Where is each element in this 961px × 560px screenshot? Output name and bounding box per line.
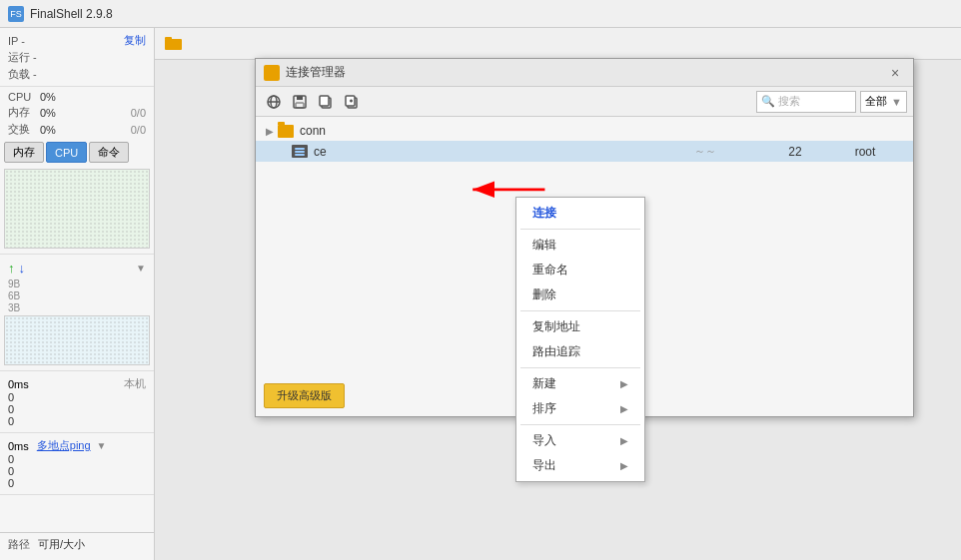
ctx-export[interactable]: 导出 ▶ (516, 453, 644, 478)
ping-row-2: 0 (8, 415, 146, 427)
ctx-import-arrow: ▶ (620, 435, 628, 446)
ce-type-col: ～～ (645, 144, 765, 159)
folder-icon (278, 125, 294, 138)
app-icon: FS (8, 6, 24, 22)
dialog-title-icon (264, 65, 280, 81)
tab-mem[interactable]: 内存 (4, 142, 44, 163)
divider-2 (0, 254, 154, 255)
ctx-traceroute[interactable]: 路由追踪 (516, 339, 644, 364)
app-title: FinalShell 2.9.8 (30, 7, 113, 21)
ctx-sep-3 (520, 367, 640, 368)
cpu-value: 0% (40, 91, 56, 103)
tab-cmd[interactable]: 命令 (89, 142, 129, 163)
cpu-chart (4, 169, 150, 249)
conn-folder-item[interactable]: ▶ conn (256, 121, 913, 141)
ctx-import[interactable]: 导入 ▶ (516, 428, 644, 453)
svg-rect-8 (297, 96, 303, 100)
search-placeholder: 搜索 (778, 94, 800, 109)
ctx-delete[interactable]: 删除 (516, 282, 644, 307)
dialog-content: ▶ conn ce (256, 117, 913, 416)
ctx-sep-4 (520, 424, 640, 425)
filter-select[interactable]: 全部 ▼ (860, 91, 907, 113)
copy-btn[interactable]: 复制 (124, 33, 146, 48)
upgrade-btn[interactable]: 升级高级版 (264, 383, 345, 408)
title-bar: FS FinalShell 2.9.8 (0, 0, 961, 28)
swap-value: 0% (40, 124, 56, 136)
multiping-link[interactable]: 多地点ping (37, 438, 91, 453)
ctx-copy-addr[interactable]: 复制地址 (516, 314, 644, 339)
multiping-header: 0ms 多地点ping ▼ (8, 438, 146, 453)
connection-manager-dialog[interactable]: 连接管理器 × (255, 58, 914, 417)
svg-rect-0 (165, 39, 182, 50)
dialog-title-bar: 连接管理器 × (256, 59, 913, 87)
local-label: 本机 (124, 376, 146, 391)
tab-cpu[interactable]: CPU (46, 142, 87, 163)
ctx-connect[interactable]: 连接 (516, 201, 644, 226)
ce-port-col: 22 (765, 145, 825, 159)
ce-filename: ce (314, 145, 327, 159)
path-label: 路径 (8, 537, 30, 552)
ctx-rename[interactable]: 重命名 (516, 258, 644, 282)
ce-user-col: root (825, 145, 905, 159)
ctx-sort[interactable]: 排序 ▶ (516, 396, 644, 421)
toolbar-btn-add[interactable] (340, 90, 364, 114)
swap-label: 交换 (8, 122, 40, 137)
ping-row-0: 0 (8, 391, 146, 403)
svg-rect-11 (320, 96, 329, 106)
toolbar-btn-copy[interactable] (314, 90, 338, 114)
ctx-sort-arrow: ▶ (620, 403, 628, 414)
ping-row-1: 0 (8, 403, 146, 415)
arrow-expand-icon[interactable]: ▼ (136, 263, 146, 274)
expand-icon: ▶ (264, 126, 276, 137)
ce-item[interactable]: ce ～～ 22 root (256, 141, 913, 162)
toolbar-btn-save[interactable] (288, 90, 312, 114)
sidebar: IP - 复制 运行 - 负载 - CPU 0% 内存 0% 0/0 交换 0%… (0, 28, 155, 560)
ctx-sep-1 (520, 229, 640, 230)
running-row: 运行 - (0, 49, 154, 66)
available-label: 可用/大小 (38, 537, 85, 552)
arrow-down-icon: ↓ (19, 261, 26, 276)
ctx-export-arrow: ▶ (620, 460, 628, 471)
cpu-row: CPU 0% (0, 90, 154, 104)
multiping-value: 0ms (8, 440, 29, 452)
mping-row-1: 0 (8, 465, 146, 477)
net-chart (4, 315, 150, 365)
ping-section: 0ms 本机 0 0 0 (0, 374, 154, 429)
conn-folder-label: conn (300, 124, 326, 138)
dialog-overlay: 连接管理器 × (155, 28, 961, 560)
svg-rect-9 (296, 103, 304, 108)
context-menu: 连接 编辑 重命名 删除 复 (515, 197, 645, 482)
filter-arrow-icon: ▼ (891, 96, 902, 108)
network-section: ↑ ↓ ▼ (0, 258, 154, 279)
multiping-arrow[interactable]: ▼ (97, 440, 107, 451)
divider-3 (0, 370, 154, 371)
server-icon (292, 145, 308, 158)
mem-row: 内存 0% 0/0 (0, 104, 154, 121)
divider-4 (0, 432, 154, 433)
load-label: 负载 - (8, 67, 40, 82)
ce-name-col: ce (264, 145, 645, 159)
svg-rect-3 (266, 68, 271, 71)
divider-1 (0, 86, 154, 87)
dialog-close-button[interactable]: × (885, 63, 905, 83)
svg-rect-1 (165, 37, 172, 40)
swap-row: 交换 0% 0/0 (0, 121, 154, 138)
toolbar-btn-globe[interactable] (262, 90, 286, 114)
folder-toolbar-icon[interactable] (163, 33, 185, 55)
net-label-9b: 9B (8, 279, 146, 289)
cpu-label: CPU (8, 91, 40, 103)
ctx-edit[interactable]: 编辑 (516, 233, 644, 258)
ctx-new[interactable]: 新建 ▶ (516, 371, 644, 396)
net-label-3b: 3B (8, 302, 146, 313)
net-label-6b: 6B (8, 290, 146, 301)
running-label: 运行 - (8, 50, 40, 65)
search-box[interactable]: 🔍 搜索 (756, 91, 856, 113)
content-area: 连接管理器 × (155, 28, 961, 560)
filter-label: 全部 (865, 94, 887, 109)
ping-value: 0ms (8, 378, 29, 390)
load-row: 负载 - (0, 66, 154, 83)
mping-row-0: 0 (8, 453, 146, 465)
ip-label: IP - (8, 35, 40, 47)
content-toolbar (155, 28, 961, 60)
ping-header: 0ms 本机 (8, 376, 146, 391)
